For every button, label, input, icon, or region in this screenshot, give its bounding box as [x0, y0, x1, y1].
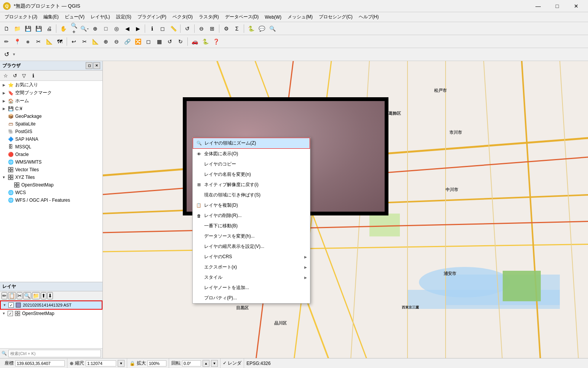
tb-zoom-out[interactable]: 🔍- [80, 24, 89, 34]
browser-tb-refresh[interactable]: ↺ [11, 71, 19, 80]
browser-item-wcs[interactable]: ▶ 🌐 WCS [0, 189, 102, 196]
ctx-remove[interactable]: 🗑 レイヤの削除(R)... [193, 211, 310, 221]
tb-python[interactable]: 🐍 [246, 24, 256, 34]
tb-zoom-full[interactable]: ⊕ [90, 24, 100, 34]
layer-tb-open[interactable]: 📁 [32, 292, 40, 299]
minimize-button[interactable]: — [529, 0, 547, 12]
menu-web[interactable]: Web(W) [262, 13, 284, 21]
checkbox-osm[interactable]: ✓ [8, 311, 13, 316]
browser-item-xyztiles[interactable]: ▼ XYZ Tiles [0, 174, 102, 181]
tb-adv5[interactable]: ⊖ [112, 37, 121, 47]
ctx-move-bottom[interactable]: 一番下に移動(B) [193, 221, 310, 231]
tb-adv4[interactable]: ⊕ [101, 37, 111, 47]
ctx-export[interactable]: エクスポート(x) [193, 262, 310, 272]
browser-item-spatialite[interactable]: ▶ 🗃 SpatiaLite [0, 120, 102, 128]
browser-tb-fav[interactable]: ☆ [2, 71, 10, 80]
layer-tb-edit[interactable]: ✏ [2, 292, 7, 299]
tb-tips[interactable]: 💬 [257, 24, 267, 34]
tb-digitize6[interactable]: 🗺 [55, 37, 65, 47]
ctx-change-source[interactable]: データソースを変更(h)... [193, 231, 310, 241]
tb-digitize5[interactable]: 📐 [44, 37, 54, 47]
browser-item-favorites[interactable]: ▶ ⭐ お気に入り [0, 81, 102, 89]
tb-adv8[interactable]: ◻ [144, 37, 153, 47]
zoom-input[interactable] [147, 360, 166, 366]
menu-mesh[interactable]: メッシュ(M) [284, 13, 316, 21]
tb-search-t[interactable]: 🔍 [267, 24, 277, 34]
ctx-copy-layer[interactable]: レイヤのコピー [193, 159, 310, 169]
menu-vector[interactable]: ベクタ(O) [169, 13, 196, 21]
browser-item-wfs[interactable]: ▶ 🌐 WFS / OGC API - Features [0, 196, 102, 204]
browser-item-osm[interactable]: ▶ OpenStreetMap [0, 181, 102, 189]
browser-item-drive[interactable]: ▶ 💾 C:¥ [0, 105, 102, 112]
tb-adv1[interactable]: ↩ [69, 37, 79, 47]
ctx-styles[interactable]: スタイル [193, 272, 310, 283]
browser-item-geopkg[interactable]: ▶ 📦 GeoPackage [0, 112, 102, 120]
browser-item-home[interactable]: ▶ 🏠 ホーム [0, 97, 102, 105]
browser-item-bookmarks[interactable]: ▶ 🔖 空間ブックマーク [0, 89, 102, 97]
menu-project[interactable]: プロジェクト(J) [2, 13, 40, 21]
tb-save-as[interactable]: 💾 [34, 24, 43, 34]
tb-pan[interactable]: ✋ [58, 24, 68, 34]
tb-refresh[interactable]: ↺ [182, 24, 192, 34]
tb-print[interactable]: 🖨 [44, 24, 54, 34]
scale-input[interactable] [86, 360, 116, 366]
tb-save[interactable]: 💾 [23, 24, 33, 34]
layer-tb-copy[interactable]: 📋 [8, 292, 16, 299]
browser-item-wmswmts[interactable]: ▶ 🌐 WMS/WMTS [0, 158, 102, 166]
tb-adv11[interactable]: ↻ [176, 37, 185, 47]
layer-tb-down[interactable]: ⬇ [47, 292, 53, 299]
tb-zoom-layer[interactable]: □ [101, 24, 111, 34]
tb-settings[interactable]: ⚙ [221, 24, 231, 34]
menu-database[interactable]: データベース(D) [222, 13, 262, 21]
browser-item-postgis[interactable]: ▶ 🐘 PostGIS [0, 128, 102, 135]
layer-tb-cut[interactable]: ✂ [17, 292, 22, 299]
browser-item-oracle[interactable]: ▶ 🔴 Oracle [0, 151, 102, 158]
ctx-properties[interactable]: プロパティ(P)... [193, 293, 310, 303]
tb-digitize1[interactable]: ✏ [2, 37, 11, 47]
tb-digitize4[interactable]: ✂ [34, 37, 43, 47]
menu-view[interactable]: ビュー(V) [62, 13, 88, 21]
ctx-duplicate[interactable]: 📋 レイヤを複製(D) [193, 200, 310, 211]
ctx-set-scale[interactable]: レイヤの縮尺表示を設定(V)... [193, 241, 310, 252]
browser-item-saphana[interactable]: ▶ 🔷 SAP HANA [0, 135, 102, 143]
layer-tb-filter[interactable]: 🔍 [23, 292, 31, 299]
tb-adv9[interactable]: ▦ [154, 37, 164, 47]
tb-deselect[interactable]: ⊖ [197, 24, 206, 34]
scale-down-btn[interactable]: ▼ [118, 360, 125, 367]
tb-zoom-sel[interactable]: ◎ [112, 24, 121, 34]
browser-item-vectortiles[interactable]: ▶ Vector Tiles [0, 166, 102, 174]
tb-adv6[interactable]: 🔗 [122, 37, 132, 47]
browser-item-mssql[interactable]: ▶ 🗄 MSSQL [0, 143, 102, 151]
search-input[interactable] [8, 350, 101, 357]
layer-item-osm[interactable]: ▼ ✓ OpenStreetMap [0, 310, 102, 317]
checkbox-ast[interactable]: ✓ [8, 302, 14, 308]
ctx-rename-layer[interactable]: レイヤの名前を変更(n) [193, 169, 310, 180]
tb-new[interactable]: 🗋 [2, 24, 11, 34]
tb-adv2[interactable]: ✂ [80, 37, 89, 47]
ctx-crs[interactable]: レイヤのCRS [193, 252, 310, 262]
browser-tb-info[interactable]: ℹ [29, 71, 37, 80]
map-area[interactable]: 足立区 葛飾区 北区 新宿区 渋谷区 港区 目黒区 品川区 松戸市 市川市 浦安… [103, 61, 588, 358]
tb-open[interactable]: 📁 [12, 24, 22, 34]
layer-tb-up[interactable]: ⬆ [41, 292, 46, 299]
rotation-down-btn[interactable]: ▼ [211, 360, 218, 367]
ctx-add-note[interactable]: レイヤノートを追加... [193, 283, 310, 293]
menu-help[interactable]: ヘルプ(H) [356, 13, 382, 21]
rotation-up-btn[interactable]: ▲ [203, 360, 209, 367]
ctx-native-res[interactable]: ⊞ ネイティブ解像度に戻す(i) [193, 180, 310, 190]
tb-help2[interactable]: ❓ [211, 37, 221, 47]
coord-input[interactable] [15, 360, 65, 366]
tb-identify[interactable]: ℹ [147, 24, 157, 34]
tb-next-ext[interactable]: ▶ [133, 24, 143, 34]
ctx-zoom-full[interactable]: 👁 全体図に表示(O) [193, 149, 310, 159]
tb-undo-arrow[interactable]: ↺ [2, 50, 11, 59]
layer-item-ast[interactable]: ▼ ✓ 20210205141441329 AST [0, 301, 102, 310]
tb-digitize3[interactable]: ⎈ [23, 37, 33, 47]
ctx-zoom-to-layer[interactable]: 🔍 レイヤの領域にズーム(Z) [193, 138, 310, 149]
browser-pin-btn[interactable]: ◻ [86, 62, 93, 69]
tb-measure[interactable]: 📏 [168, 24, 178, 34]
menu-plugins[interactable]: プラグイン(P) [134, 13, 169, 21]
menu-raster[interactable]: ラスタ(R) [196, 13, 222, 21]
tb-adv7[interactable]: 🔀 [133, 37, 143, 47]
browser-close-btn[interactable]: ✕ [93, 62, 100, 69]
